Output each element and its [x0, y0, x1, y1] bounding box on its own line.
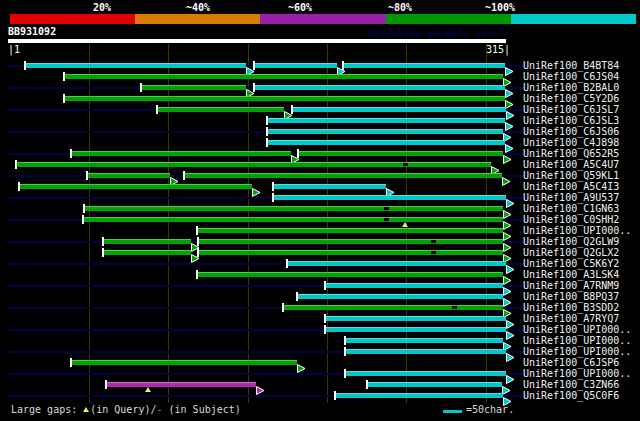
hit-label[interactable]: UniRef100_UPI000.. — [523, 368, 631, 379]
segment-start-tick — [266, 127, 268, 136]
segment-arrowhead-icon — [503, 303, 512, 312]
alignment-bar[interactable] — [345, 338, 504, 343]
hit-label[interactable]: UniRef100_A7RYQ7 — [523, 313, 619, 324]
alignment-bar[interactable] — [273, 195, 506, 200]
alignment-bar[interactable] — [197, 228, 503, 233]
alignment-bar[interactable] — [198, 250, 503, 255]
alignment-bar[interactable] — [184, 173, 501, 178]
alignment-bar[interactable] — [71, 360, 296, 365]
segment-arrowhead-icon — [503, 149, 512, 158]
alignment-bar[interactable] — [325, 316, 506, 321]
alignment-bar[interactable] — [267, 118, 505, 123]
alignment-bar[interactable] — [325, 283, 503, 288]
alignment-bar[interactable] — [287, 261, 506, 266]
gap-legend-subject-text: (in Subject) — [163, 404, 241, 415]
ruler-end-label: 315| — [484, 44, 510, 55]
alignment-bar[interactable] — [103, 250, 190, 255]
alignment-bar[interactable] — [197, 272, 503, 277]
segment-arrowhead-icon — [503, 72, 512, 81]
alignment-bar[interactable] — [19, 184, 252, 189]
alignment-bar[interactable] — [292, 107, 506, 112]
hit-label[interactable]: UniRef100_UPI000.. — [523, 335, 631, 346]
hit-label[interactable]: UniRef100_B8PQ37 — [523, 291, 619, 302]
alignment-bar[interactable] — [267, 140, 505, 145]
hit-label[interactable]: UniRef100_C6JS06 — [523, 126, 619, 137]
alignment-bar[interactable] — [16, 162, 491, 167]
alignment-bar[interactable] — [345, 349, 507, 354]
alignment-bar[interactable] — [141, 85, 246, 90]
alignment-bar[interactable] — [254, 85, 505, 90]
alignment-bar[interactable] — [198, 239, 503, 244]
alignment-bar[interactable] — [343, 63, 505, 68]
alignment-bar[interactable] — [267, 129, 504, 134]
hit-label[interactable]: UniRef100_A7RNM9 — [523, 280, 619, 291]
hit-label[interactable]: UniRef100_Q652R5 — [523, 148, 619, 159]
alignment-bar[interactable] — [297, 294, 503, 299]
hit-label[interactable]: UniRef100_Q2GLX2 — [523, 247, 619, 258]
alignment-bar[interactable] — [64, 74, 504, 79]
alignment-bar[interactable] — [273, 184, 386, 189]
hit-label[interactable]: UniRef100_B4BT84 — [523, 60, 619, 71]
hit-label[interactable]: UniRef100_B2BAL0 — [523, 82, 619, 93]
alignment-bar[interactable] — [345, 371, 507, 376]
alignment-bar[interactable] — [157, 107, 284, 112]
unit-scale-bar — [443, 410, 462, 413]
alignment-bar[interactable] — [25, 63, 246, 68]
segment-arrowhead-icon — [503, 127, 512, 136]
hit-label[interactable]: UniRef100_C6JS04 — [523, 71, 619, 82]
alignment-bar[interactable] — [106, 382, 255, 387]
alignment-bar[interactable] — [325, 327, 506, 332]
alignment-bar[interactable] — [87, 173, 170, 178]
hit-label[interactable]: UniRef100_Q2GLW9 — [523, 236, 619, 247]
segment-start-tick — [156, 105, 158, 114]
hit-label[interactable]: UniRef100_UPI000.. — [523, 324, 631, 335]
hit-label[interactable]: UniRef100_A3LSK4 — [523, 269, 619, 280]
gap-legend-query-text: (in Query)/ — [90, 404, 156, 415]
segment-start-tick — [105, 380, 107, 389]
segment-start-tick — [102, 248, 104, 257]
segment-start-tick — [197, 248, 199, 257]
alignment-bar[interactable] — [298, 151, 503, 156]
hit-label[interactable]: UniRef100_C5Y2D6 — [523, 93, 619, 104]
hit-label[interactable]: UniRef100_UPI000.. — [523, 225, 631, 236]
segment-start-tick — [63, 94, 65, 103]
query-id: BB931092 — [8, 26, 56, 37]
hit-label[interactable]: UniRef100_Q5C0F6 — [523, 390, 619, 401]
alignment-bar[interactable] — [335, 393, 503, 398]
hit-label[interactable]: UniRef100_Q59KL1 — [523, 170, 619, 181]
hit-label[interactable]: UniRef100_C6JSL7 — [523, 104, 619, 115]
identity-scale-segment — [386, 14, 511, 24]
alignment-bar[interactable] — [283, 305, 504, 310]
alignment-bar[interactable] — [83, 217, 504, 222]
segment-arrowhead-icon — [505, 138, 514, 147]
hit-label[interactable]: UniRef100_C6JSP6 — [523, 357, 619, 368]
hit-label[interactable]: UniRef100_C1GN63 — [523, 203, 619, 214]
hit-label[interactable]: UniRef100_A5C4I3 — [523, 181, 619, 192]
segment-arrowhead-icon — [505, 61, 514, 70]
alignment-bar[interactable] — [254, 63, 337, 68]
hit-label[interactable]: UniRef100_C0SHH2 — [523, 214, 619, 225]
query-gap-triangle-icon — [83, 407, 89, 412]
hit-label[interactable]: UniRef100_C6JSL3 — [523, 115, 619, 126]
alignment-bar[interactable] — [103, 239, 190, 244]
segment-arrowhead-icon — [506, 369, 515, 378]
segment-arrowhead-icon — [503, 391, 512, 400]
alignment-bar[interactable] — [84, 206, 503, 211]
segment-start-tick — [366, 380, 368, 389]
hit-label[interactable]: UniRef100_C4J898 — [523, 137, 619, 148]
segment-arrowhead-icon — [503, 215, 512, 224]
hit-label[interactable]: UniRef100_A9U537 — [523, 192, 619, 203]
hit-label[interactable]: UniRef100_UPI000.. — [523, 346, 631, 357]
segment-start-tick — [344, 347, 346, 356]
alignment-bar[interactable] — [64, 96, 505, 101]
alignment-bar[interactable] — [367, 382, 502, 387]
hit-label[interactable]: UniRef100_C5K6Y2 — [523, 258, 619, 269]
segment-start-tick — [82, 215, 84, 224]
segment-arrowhead-icon — [505, 116, 514, 125]
subject-gap-mark — [431, 251, 436, 254]
hit-label[interactable]: UniRef100_B3SDD2 — [523, 302, 619, 313]
alignment-bar[interactable] — [71, 151, 290, 156]
identity-scale-segment — [260, 14, 385, 24]
hit-label[interactable]: UniRef100_C3ZN66 — [523, 379, 619, 390]
hit-label[interactable]: UniRef100_A5C4U7 — [523, 159, 619, 170]
